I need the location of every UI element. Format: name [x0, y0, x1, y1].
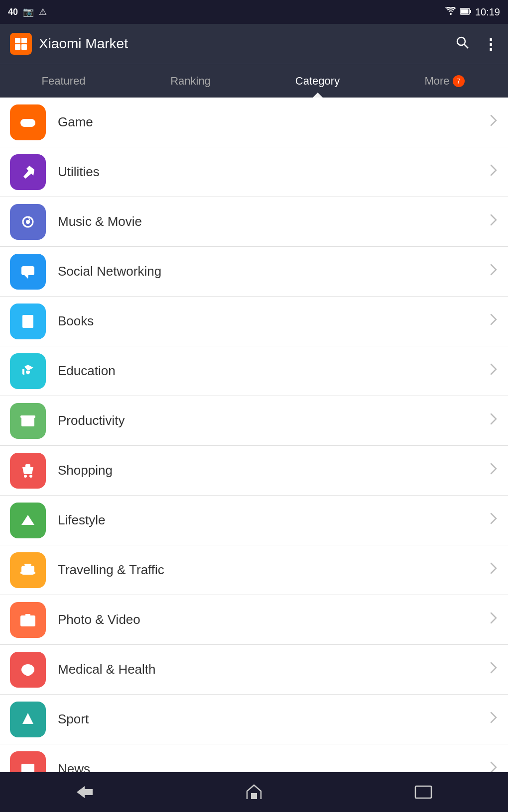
svg-rect-25 [23, 422, 30, 423]
svg-rect-23 [20, 415, 35, 418]
chevron-right-icon [489, 113, 498, 131]
svg-rect-21 [23, 320, 30, 321]
more-options-icon[interactable]: ⋮ [483, 35, 498, 53]
chevron-right-icon [489, 561, 498, 579]
svg-rect-20 [23, 318, 32, 319]
status-bar-right: 10:19 [445, 6, 500, 18]
category-item-education[interactable]: Education [0, 346, 508, 396]
notification-count: 40 [8, 7, 18, 17]
svg-rect-19 [23, 316, 32, 317]
svg-point-26 [24, 475, 27, 478]
travel-icon [10, 552, 46, 588]
tab-ranking-label: Ranking [170, 75, 211, 88]
recents-button[interactable] [403, 772, 443, 812]
books-icon [10, 304, 46, 339]
chevron-right-icon [489, 412, 498, 429]
svg-rect-4 [21, 38, 27, 43]
photo-icon: 📷 [23, 6, 34, 17]
chevron-right-icon [489, 462, 498, 479]
category-item-productivity[interactable]: Productivity [0, 396, 508, 446]
svg-rect-11 [22, 122, 26, 124]
back-button[interactable] [65, 772, 105, 812]
chevron-right-icon [489, 511, 498, 529]
category-item-travel[interactable]: Travelling & Traffic [0, 545, 508, 595]
battery-icon [460, 7, 471, 17]
category-item-shopping[interactable]: Shopping [0, 446, 508, 496]
music-name: Music & Movie [58, 214, 489, 229]
svg-rect-2 [470, 10, 471, 13]
category-item-music[interactable]: Music & Movie [0, 197, 508, 247]
svg-rect-29 [26, 520, 30, 525]
music-icon [10, 204, 46, 240]
shopping-icon [10, 453, 46, 489]
search-icon[interactable] [455, 35, 469, 53]
svg-rect-1 [461, 9, 468, 13]
svg-marker-17 [24, 275, 28, 279]
chevron-right-icon [489, 760, 498, 772]
svg-point-27 [29, 475, 32, 478]
tab-bar: Featured Ranking Category More 7 [0, 64, 508, 98]
game-icon [10, 104, 46, 140]
game-name: Game [58, 114, 489, 130]
shopping-name: Shopping [58, 463, 489, 478]
tab-category[interactable]: Category [254, 64, 381, 98]
chevron-right-icon [489, 312, 498, 330]
news-name: News [58, 761, 489, 772]
category-item-books[interactable]: Books [0, 297, 508, 346]
chevron-right-icon [489, 263, 498, 280]
svg-line-8 [464, 44, 468, 48]
category-item-sport[interactable]: Sport [0, 695, 508, 744]
tab-featured[interactable]: Featured [0, 64, 127, 98]
svg-rect-37 [25, 614, 30, 616]
tab-ranking[interactable]: Ranking [127, 64, 254, 98]
category-item-news[interactable]: News [0, 744, 508, 772]
tab-more[interactable]: More 7 [381, 64, 508, 98]
svg-point-36 [26, 619, 29, 622]
category-item-game[interactable]: Game [0, 98, 508, 147]
app-logo-icon [10, 33, 32, 55]
svg-rect-33 [33, 572, 35, 574]
svg-rect-3 [15, 38, 20, 43]
svg-rect-30 [21, 566, 34, 575]
category-item-lifestyle[interactable]: Lifestyle [0, 496, 508, 545]
svg-rect-24 [23, 419, 32, 420]
svg-rect-32 [20, 572, 22, 574]
category-item-photo[interactable]: Photo & Video [0, 595, 508, 645]
social-icon [10, 254, 46, 290]
svg-rect-39 [21, 764, 34, 773]
wifi-icon [445, 7, 456, 17]
home-button[interactable] [234, 772, 274, 812]
medical-name: Medical & Health [58, 662, 489, 677]
productivity-name: Productivity [58, 413, 489, 428]
app-bar-left: Xiaomi Market [10, 33, 128, 55]
lifestyle-name: Lifestyle [58, 512, 489, 528]
category-item-utilities[interactable]: Utilities [0, 147, 508, 197]
category-item-medical[interactable]: Medical & Health [0, 645, 508, 695]
bottom-nav [0, 772, 508, 812]
app-title: Xiaomi Market [39, 36, 128, 52]
tab-category-label: Category [295, 75, 340, 88]
social-name: Social Networking [58, 264, 489, 279]
tab-more-badge: 7 [453, 75, 465, 87]
category-list: GameUtilitiesMusic & MovieSocial Network… [0, 98, 508, 772]
books-name: Books [58, 313, 489, 329]
svg-rect-5 [15, 44, 20, 50]
svg-rect-16 [21, 266, 34, 275]
photo-name: Photo & Video [58, 612, 489, 627]
category-item-social[interactable]: Social Networking [0, 247, 508, 297]
news-icon [10, 751, 46, 773]
svg-marker-38 [22, 713, 33, 724]
travel-name: Travelling & Traffic [58, 562, 489, 578]
svg-rect-6 [21, 44, 27, 50]
photo-icon [10, 602, 46, 638]
svg-point-12 [30, 121, 33, 123]
education-icon [10, 353, 46, 389]
app-bar: Xiaomi Market ⋮ [0, 24, 508, 64]
svg-point-13 [33, 122, 35, 125]
svg-rect-40 [23, 766, 32, 767]
status-bar: 40 📷 ⚠ 10:19 [0, 0, 508, 24]
tab-more-label: More [424, 75, 449, 88]
chevron-right-icon [489, 710, 498, 728]
svg-point-7 [457, 37, 465, 45]
sport-icon [10, 702, 46, 737]
